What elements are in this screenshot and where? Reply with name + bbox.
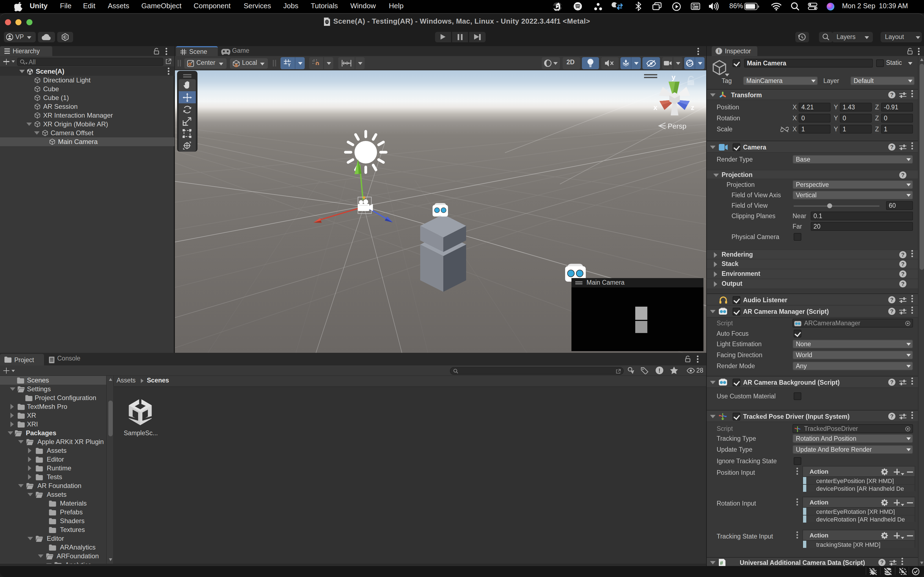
svg-text:y: y <box>672 73 676 81</box>
svg-text:Persp: Persp <box>668 122 687 130</box>
svg-text:#: # <box>720 560 723 566</box>
svg-text:z: z <box>691 103 695 111</box>
svg-text:Y: Y <box>288 63 291 67</box>
svg-text:x: x <box>653 103 657 111</box>
